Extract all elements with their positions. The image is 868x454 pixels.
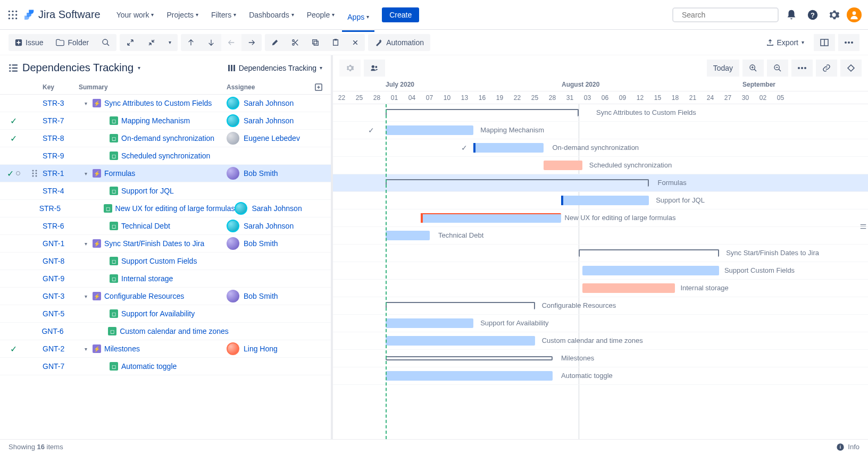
issue-key[interactable]: STR-5	[39, 204, 61, 213]
expand-button[interactable]	[120, 34, 141, 51]
gantt-row[interactable]: Custom calendar and time zones	[333, 332, 868, 350]
milestones-button[interactable]	[840, 60, 862, 77]
gantt-row[interactable]: Sync Start/Finish Dates to Jira	[333, 245, 868, 262]
table-row[interactable]: GNT-8◻Support Custom Fields	[0, 253, 331, 270]
gantt-group-bar[interactable]	[386, 356, 553, 360]
collapse-button[interactable]	[141, 34, 162, 51]
settings-icon[interactable]	[825, 6, 842, 23]
table-row[interactable]: GNT-9◻Internal storage	[0, 270, 331, 288]
issue-summary[interactable]: Support Custom Fields	[121, 257, 197, 265]
gantt-task-bar[interactable]	[386, 336, 535, 346]
export-button[interactable]: Export▾	[760, 34, 811, 51]
table-row[interactable]: STR-6◻Technical DebtSarah Johnson	[0, 217, 331, 235]
issue-summary[interactable]: Custom calendar and time zones	[120, 327, 229, 335]
table-row[interactable]: GNT-6◻Custom calendar and time zones	[0, 323, 331, 340]
gantt-row[interactable]: Configurable Resources	[333, 297, 868, 315]
table-row[interactable]: ✓STR-8◻On-demand synchronizationEugene L…	[0, 130, 331, 147]
dependencies-button[interactable]	[816, 60, 837, 77]
gantt-group-bar[interactable]	[386, 109, 579, 116]
move-up-button[interactable]	[181, 34, 201, 51]
gantt-row[interactable]: ✓Mapping Mechanism	[333, 122, 868, 139]
issue-key[interactable]: GNT-8	[43, 257, 64, 265]
add-column-button[interactable]	[315, 83, 331, 91]
today-button[interactable]: Today	[707, 60, 739, 77]
gantt-task-bar[interactable]	[473, 143, 544, 153]
gantt-task-bar[interactable]	[386, 371, 553, 381]
search-box[interactable]	[672, 7, 779, 22]
chevron-down-icon[interactable]: ▾	[82, 346, 89, 352]
table-row[interactable]: ✓STR-1▾⚡FormulasBob Smith	[0, 165, 331, 182]
gantt-group-bar[interactable]	[579, 249, 719, 257]
issue-summary[interactable]: Technical Debt	[121, 222, 170, 230]
issue-key[interactable]: STR-9	[43, 152, 64, 160]
structure-title-dropdown[interactable]: Dependencies Tracking▾	[9, 62, 140, 74]
chevron-down-icon[interactable]: ▾	[82, 293, 89, 299]
gantt-settings-button[interactable]	[339, 60, 361, 77]
issue-summary[interactable]: Sync Start/Finish Dates to Jira	[104, 239, 204, 248]
nav-people[interactable]: People▾	[302, 6, 340, 23]
app-switcher-icon[interactable]	[6, 9, 19, 21]
issue-key[interactable]: GNT-6	[41, 327, 63, 335]
gantt-more-button[interactable]	[791, 60, 813, 77]
user-avatar[interactable]	[847, 7, 862, 22]
delete-button[interactable]	[346, 34, 365, 51]
table-row[interactable]: GNT-3▾⚡Configurable ResourcesBob Smith	[0, 288, 331, 305]
copy-button[interactable]	[305, 34, 326, 51]
view-selector-dropdown[interactable]: Dependencies Tracking▾	[227, 64, 322, 72]
expand-dropdown-button[interactable]: ▾	[162, 34, 178, 51]
col-header-key[interactable]: Key	[43, 83, 77, 91]
gantt-row[interactable]: ✓On-demand synchronization	[333, 139, 868, 157]
gantt-row[interactable]: Formulas	[333, 174, 868, 192]
outdent-button[interactable]	[221, 34, 241, 51]
zoom-out-button[interactable]	[767, 60, 788, 77]
info-button[interactable]: i Info	[836, 443, 859, 451]
issue-summary[interactable]: Mapping Mechanism	[121, 116, 190, 125]
new-issue-button[interactable]: Issue	[9, 34, 49, 51]
issue-key[interactable]: GNT-2	[43, 344, 64, 353]
paste-button[interactable]	[326, 34, 346, 51]
col-header-summary[interactable]: Summary	[77, 83, 227, 91]
jira-logo[interactable]: Jira Software	[23, 9, 101, 21]
move-down-button[interactable]	[201, 34, 221, 51]
gantt-task-bar[interactable]	[561, 196, 649, 205]
issue-summary[interactable]: Support for JQL	[121, 187, 174, 195]
gantt-row[interactable]: Automatic toggle	[333, 367, 868, 385]
gantt-row[interactable]: Internal storage	[333, 280, 868, 297]
issue-summary[interactable]: Formulas	[104, 169, 135, 178]
cut-button[interactable]	[285, 34, 305, 51]
toolbar-search-button[interactable]	[95, 34, 116, 51]
create-button[interactable]: Create	[382, 7, 419, 22]
chevron-down-icon[interactable]: ▾	[82, 241, 89, 247]
issue-key[interactable]: GNT-3	[43, 292, 64, 300]
issue-key[interactable]: STR-3	[43, 99, 64, 107]
gantt-row[interactable]: Support Custom Fields	[333, 262, 868, 280]
gantt-row[interactable]: Scheduled synchronization	[333, 157, 868, 174]
gantt-group-bar[interactable]	[386, 302, 535, 309]
nav-dashboards[interactable]: Dashboards▾	[244, 6, 299, 23]
drag-handle-icon[interactable]	[32, 170, 37, 177]
gantt-row[interactable]: New UX for editing of large formulas	[333, 209, 868, 227]
table-row[interactable]: GNT-1▾⚡Sync Start/Finish Dates to JiraBo…	[0, 235, 331, 253]
search-input[interactable]	[682, 11, 775, 19]
gantt-row[interactable]: Support for JQL	[333, 192, 868, 209]
gantt-resources-button[interactable]	[364, 60, 385, 77]
issue-key[interactable]: STR-4	[43, 187, 64, 195]
gantt-group-bar[interactable]	[386, 179, 649, 187]
gantt-row[interactable]: Technical Debt	[333, 227, 868, 245]
zoom-in-button[interactable]	[742, 60, 764, 77]
issue-summary[interactable]: Configurable Resources	[104, 292, 184, 300]
gantt-task-bar[interactable]	[386, 231, 430, 240]
gantt-task-bar[interactable]	[582, 266, 719, 275]
table-row[interactable]: STR-4◻Support for JQL	[0, 182, 331, 200]
issue-summary[interactable]: Milestones	[104, 344, 140, 353]
gantt-row[interactable]: Support for Availability	[333, 315, 868, 332]
nav-your-work[interactable]: Your work▾	[111, 6, 160, 23]
issue-key[interactable]: GNT-1	[43, 239, 64, 248]
issue-summary[interactable]: Internal storage	[121, 274, 173, 283]
issue-summary[interactable]: On-demand synchronization	[121, 134, 214, 142]
issue-summary[interactable]: Sync Attributes to Custom Fields	[104, 99, 212, 107]
table-row[interactable]: STR-3▾⚡Sync Attributes to Custom FieldsS…	[0, 95, 331, 112]
table-row[interactable]: GNT-7◻Automatic toggle	[0, 358, 331, 375]
gantt-task-bar[interactable]	[544, 161, 582, 170]
issue-key[interactable]: STR-1	[43, 169, 64, 178]
